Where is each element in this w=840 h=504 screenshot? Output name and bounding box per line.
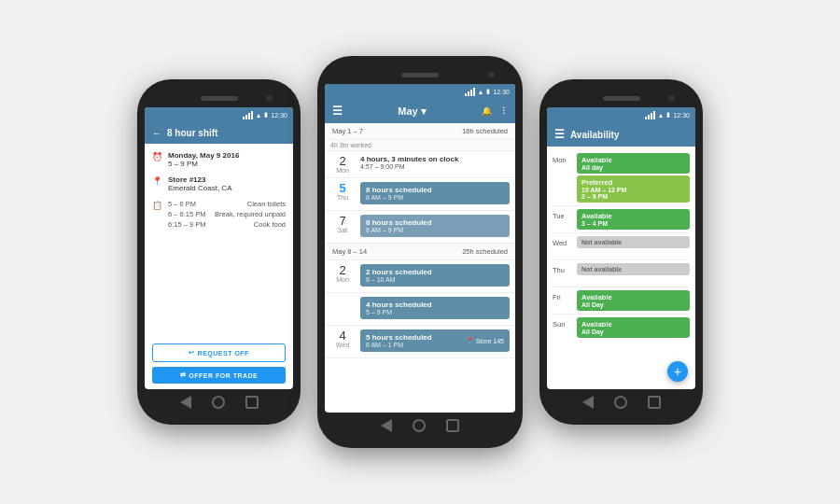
center-battery-icon: ▮ bbox=[486, 88, 490, 95]
event-title-may5: 8 hours scheduled bbox=[366, 186, 504, 194]
right-phone: ▲ ▮ 12:30 ☰ Availability Mon Available A… bbox=[539, 79, 703, 425]
avail-thu-unavailable[interactable]: Not available bbox=[577, 263, 690, 275]
avail-hamburger-icon[interactable]: ☰ bbox=[554, 128, 565, 141]
avail-blocks-fri: Available All Day bbox=[577, 290, 690, 311]
right-home-nav[interactable] bbox=[614, 396, 627, 409]
task-list: 📋 5 – 6 PM Clean toilets 6 – 6:15 PM Bre… bbox=[152, 200, 286, 231]
speaker bbox=[201, 96, 238, 101]
event-may8-2[interactable]: 4 hours scheduled 5 – 9 PM bbox=[360, 297, 510, 319]
right-battery-icon: ▮ bbox=[666, 111, 670, 119]
avail-mon-available[interactable]: Available All day bbox=[577, 153, 690, 174]
left-nav-bar bbox=[145, 389, 293, 415]
avail-fri-title: Available bbox=[581, 293, 685, 301]
center-camera bbox=[488, 72, 495, 78]
task-time-1: 5 – 6 PM bbox=[168, 200, 196, 208]
event-time-may8-2: 5 – 9 PM bbox=[366, 309, 504, 315]
request-off-button[interactable]: ↩ REQUEST OFF bbox=[152, 343, 286, 362]
phone-top-left bbox=[145, 89, 293, 107]
center-phone: ▲ ▮ 12:30 ☰ May ▾ 🔔 ⋮ May 1 – bbox=[317, 56, 523, 448]
avail-fri-available[interactable]: Available All Day bbox=[577, 290, 690, 311]
avail-mon-preferred-time2: 2 – 9 PM bbox=[581, 193, 685, 200]
cal-day-may8-mon: 2 Mon 2 hours scheduled 8 – 10 AM bbox=[325, 260, 515, 293]
avail-mon-preferred[interactable]: Preferred 10 AM – 12 PM 2 – 9 PM bbox=[577, 175, 690, 203]
center-status-bar: ▲ ▮ 12:30 bbox=[325, 84, 515, 99]
event-may7[interactable]: 8 hours scheduled 8 AM – 9 PM bbox=[360, 215, 510, 237]
shift-header: ← 8 hour shift bbox=[145, 122, 293, 144]
event-time-clock: 4:57 – 9:00 PM bbox=[360, 163, 510, 170]
battery-icon: ▮ bbox=[264, 111, 268, 119]
shift-body: ⏰ Monday, May 9 2016 5 – 9 PM 📍 Store #1… bbox=[145, 144, 293, 338]
left-time: 12:30 bbox=[271, 112, 287, 119]
avail-header: ☰ Availability bbox=[547, 122, 695, 147]
back-nav-button[interactable] bbox=[180, 396, 191, 409]
week-scheduled-1: 16h scheduled bbox=[462, 127, 508, 135]
add-availability-fab[interactable]: + bbox=[667, 361, 688, 382]
day-num-2: 2 bbox=[330, 155, 355, 167]
week-worked-1: 4h 3m worked bbox=[325, 140, 515, 151]
shift-title: 8 hour shift bbox=[167, 128, 217, 138]
offer-trade-button[interactable]: ⇄ OFFER FOR TRADE bbox=[152, 367, 286, 384]
event-title-may4wed: 5 hours scheduled bbox=[366, 333, 432, 342]
more-icon[interactable]: ⋮ bbox=[499, 106, 508, 116]
event-store: Store 145 bbox=[476, 338, 504, 344]
avail-label-mon: Mon bbox=[553, 153, 573, 164]
center-time: 12:30 bbox=[493, 89, 510, 95]
signal-icon bbox=[243, 111, 253, 119]
center-speaker bbox=[401, 73, 439, 77]
day-name-thu: Thu bbox=[330, 194, 355, 201]
home-nav-button[interactable] bbox=[212, 396, 225, 409]
avail-wed-text: Not available bbox=[581, 239, 685, 245]
left-screen: ▲ ▮ 12:30 ← 8 hour shift ⏰ Monday, May 9… bbox=[145, 107, 293, 389]
phone-top-right bbox=[547, 89, 695, 107]
center-nav-bar bbox=[325, 413, 515, 439]
event-may5[interactable]: 8 hours scheduled 8 AM – 9 PM bbox=[360, 182, 510, 204]
shift-date: Monday, May 9 2016 bbox=[168, 151, 239, 160]
avail-row-thu: Thu Not available bbox=[547, 260, 695, 287]
avail-row-sun: Sun Available All Day bbox=[547, 315, 695, 341]
avail-fri-time: All Day bbox=[581, 301, 685, 308]
avail-label-thu: Thu bbox=[553, 263, 573, 274]
event-may4wed[interactable]: 5 hours scheduled 8 AM – 1 PM 📍 Store 14… bbox=[360, 329, 510, 352]
date-row: ⏰ Monday, May 9 2016 5 – 9 PM bbox=[152, 151, 286, 168]
task-time-2: 6 – 6:15 PM bbox=[168, 210, 205, 218]
cal-day-may7: 7 Sat 8 hours scheduled 8 AM – 9 PM bbox=[325, 211, 515, 244]
cal-day-may4wed: 4 Wed 5 hours scheduled 8 AM – 1 PM 📍 St… bbox=[325, 326, 515, 358]
event-may8-1[interactable]: 2 hours scheduled 8 – 10 AM bbox=[360, 264, 510, 287]
right-back-nav[interactable] bbox=[582, 396, 594, 409]
cal-header-icons: 🔔 ⋮ bbox=[482, 106, 508, 116]
center-recents-nav[interactable] bbox=[446, 419, 459, 432]
month-label: May bbox=[398, 105, 417, 117]
back-arrow[interactable]: ← bbox=[152, 128, 161, 138]
right-nav-bar bbox=[547, 389, 695, 415]
week-header-1: May 1 – 7 16h scheduled bbox=[325, 123, 515, 140]
event-title-clock: 4 hours, 3 minutes on clock bbox=[360, 155, 510, 163]
recents-nav-button[interactable] bbox=[245, 396, 259, 409]
avail-row-mon: Mon Available All day Preferred 10 AM – … bbox=[547, 150, 695, 205]
avail-sun-available[interactable]: Available All Day bbox=[577, 317, 690, 338]
avail-wed-unavailable[interactable]: Not available bbox=[577, 236, 690, 248]
camera bbox=[266, 95, 273, 102]
hamburger-icon[interactable]: ☰ bbox=[332, 105, 343, 118]
store-name: Store #123 bbox=[168, 175, 231, 184]
day-name-mon2: Mon bbox=[330, 276, 355, 283]
avail-label-sun: Sun bbox=[553, 317, 573, 329]
avail-tue-available-title: Available bbox=[581, 212, 685, 220]
phone-top-center bbox=[325, 65, 515, 84]
right-recents-nav[interactable] bbox=[648, 396, 661, 409]
right-camera bbox=[668, 95, 675, 102]
avail-mon-preferred-time1: 10 AM – 12 PM bbox=[581, 187, 685, 193]
left-status-bar: ▲ ▮ 12:30 bbox=[145, 107, 293, 122]
avail-tue-available[interactable]: Available 3 – 4 PM bbox=[577, 209, 690, 230]
task-row-3: 6:15 – 9 PM Cook food bbox=[168, 220, 286, 229]
tasks-icon: 📋 bbox=[152, 201, 162, 210]
day-num-7: 7 bbox=[330, 215, 355, 227]
right-wifi-icon: ▲ bbox=[658, 112, 665, 119]
avail-label-wed: Wed bbox=[553, 236, 573, 247]
request-icon: ↩ bbox=[189, 349, 195, 357]
center-back-nav[interactable] bbox=[381, 419, 392, 432]
avail-label-tue: Tue bbox=[553, 209, 573, 220]
month-dropdown-icon[interactable]: ▾ bbox=[421, 105, 427, 118]
notification-icon[interactable]: 🔔 bbox=[482, 106, 492, 116]
avail-row-tue: Tue Available 3 – 4 PM bbox=[547, 206, 695, 232]
center-home-nav[interactable] bbox=[413, 419, 426, 432]
